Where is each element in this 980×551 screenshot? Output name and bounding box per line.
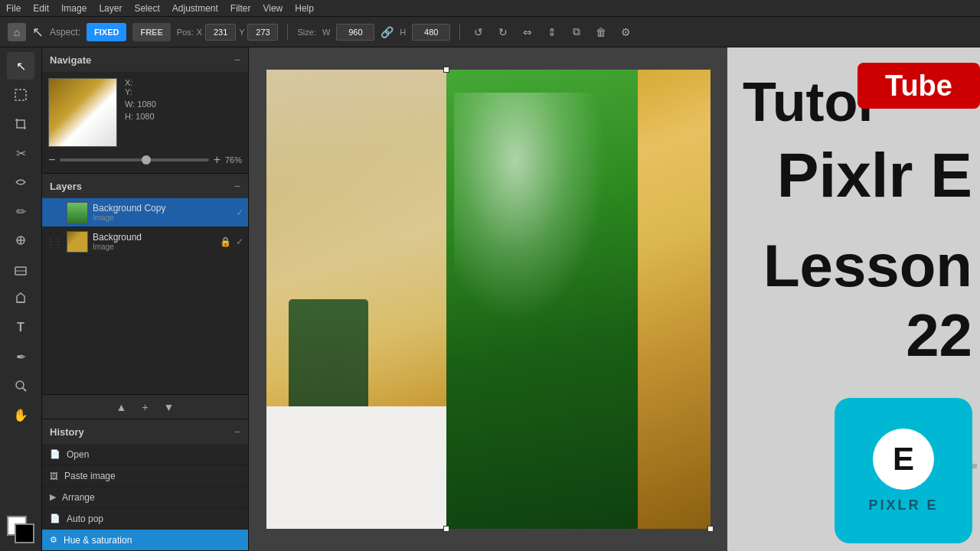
erase-tool-button[interactable] [7,256,34,283]
menu-filter[interactable]: Filter [230,3,251,14]
history-item-arrange[interactable]: ▶ Arrange [42,487,248,508]
pen-tool-button[interactable]: ✒ [7,343,34,370]
flip-v-button[interactable]: ⇕ [543,23,561,41]
color-swatch-area [7,516,34,543]
settings-button[interactable]: ⚙ [616,23,635,41]
navigate-title: Navigate [50,54,91,66]
h-label: H [400,28,406,37]
history-section: History − 📄 Open 🖼 Paste image ▶ Arrange… [42,419,248,551]
pixlr-logo: E PIXLR E [835,398,972,543]
text-tool-button[interactable]: T [7,314,34,341]
history-label-hue: Hue & saturation [64,535,132,546]
crop-tool-button[interactable] [7,110,34,138]
x-input[interactable] [205,24,236,41]
layers-title: Layers [50,181,82,192]
history-list: 📄 Open 🖼 Paste image ▶ Arrange 📄 Auto po… [42,444,248,551]
aspect-free-button[interactable]: FREE [132,23,170,41]
svg-point-7 [16,381,24,389]
move-tool-button[interactable]: ✋ [7,401,34,429]
canvas-area[interactable] [249,47,727,551]
aspect-fixed-button[interactable]: FIXED [87,23,126,41]
tools-panel: ↖ ✂ ✏ T ✒ ✋ [0,47,42,551]
zoom-slider[interactable] [60,158,208,161]
main-layout: ↖ ✂ ✏ T ✒ ✋ [0,47,980,551]
youtube-tube-badge: Tube [858,63,980,109]
brand-tube-text: Tube [885,70,952,103]
history-item-autopop[interactable]: 📄 Auto pop [42,508,248,530]
zoom-percentage: 76% [225,155,242,165]
history-icon-paste: 🖼 [50,471,58,481]
zoom-minus-button[interactable]: − [48,153,55,167]
layer-item-background-copy[interactable]: ⋮⋮ Background Copy Image ✓ [42,198,248,227]
navigate-top: X: Y: W: 1080 H: 1080 [48,78,242,147]
history-icon-arrange: ▶ [50,492,56,502]
background-color-swatch[interactable] [15,523,34,543]
menu-adjustment[interactable]: Adjustment [172,3,218,14]
layer-type-background: Image [93,243,215,251]
thumbnail-image [49,79,116,146]
zoom-plus-button[interactable]: + [214,153,220,167]
canvas-green-layer [446,70,638,529]
layer-lock-background[interactable]: 🔒 [220,236,231,247]
select-tool-button[interactable]: ↖ [7,52,34,80]
menu-edit[interactable]: Edit [33,3,49,14]
home-button[interactable]: ⌂ [8,23,26,41]
history-panel-header[interactable]: History − [42,419,248,444]
h-input[interactable] [412,24,450,41]
delete-button[interactable]: 🗑 [592,23,610,41]
right-brand-panel: Tutor Tube Pixlr E Lesson 22 E PIXLR E [727,47,980,551]
heal-tool-button[interactable] [7,168,34,196]
layer-name-background: Background [93,232,215,243]
menu-layer[interactable]: Layer [99,3,122,14]
layer-drag-handle-2: ⋮⋮ [47,237,62,246]
layer-info-background: Background Image [93,232,215,251]
undo-button[interactable]: ↺ [469,23,488,41]
w-input[interactable] [336,24,374,41]
cursor-tool-button[interactable]: ↖ [32,24,44,41]
history-collapse-icon[interactable]: − [234,425,240,438]
menu-image[interactable]: Image [61,3,87,14]
selection-handle-bottom-left[interactable] [443,526,449,532]
history-item-hue[interactable]: ⚙ Hue & saturation [42,530,248,551]
y-input[interactable] [247,24,278,41]
navigate-collapse-icon[interactable]: − [234,54,240,66]
layers-panel-header[interactable]: Layers − [42,174,248,198]
layers-add-button[interactable]: + [142,401,148,413]
menu-select[interactable]: Select [134,3,159,14]
layers-move-up-button[interactable]: ▲ [116,401,127,413]
zoom-thumb[interactable] [142,155,151,165]
layers-collapse-icon[interactable]: − [234,180,240,192]
layers-move-down-button[interactable]: ▼ [164,401,175,413]
menu-view[interactable]: View [263,3,283,14]
navigate-content: X: Y: W: 1080 H: 1080 − [42,72,248,173]
menu-help[interactable]: Help [295,3,314,14]
clone-tool-button[interactable] [7,227,34,254]
menu-file[interactable]: File [6,3,21,14]
redo-button[interactable]: ↻ [494,23,512,41]
canvas-white-bottom [266,406,450,529]
layer-visibility-background-copy[interactable]: ✓ [236,207,243,218]
fill-tool-button[interactable] [7,285,34,312]
slice-tool-button[interactable]: ✂ [7,139,34,167]
svg-line-8 [23,388,26,391]
brush-tool-button[interactable]: ✏ [7,197,34,225]
navigate-thumbnail [48,78,117,147]
x-label: X [197,28,202,37]
history-label-paste: Paste image [64,471,116,481]
selection-handle-bottom-right[interactable] [707,526,714,532]
zoom-tool-button[interactable] [7,372,34,399]
flip-h-button[interactable]: ⇔ [518,23,537,41]
toolbar-sep-2 [459,24,460,40]
copy-button[interactable]: ⧉ [567,23,586,41]
resize-handle-indicator [972,464,977,468]
history-item-open[interactable]: 📄 Open [42,444,248,465]
selection-handle-top-left[interactable] [443,67,449,73]
navigate-h: H: 1080 [125,112,242,121]
history-item-paste[interactable]: 🖼 Paste image [42,465,248,487]
brand-lesson-text: Lesson 22 [735,231,980,370]
lasso-tool-button[interactable] [7,81,34,109]
layer-visibility-background[interactable]: ✓ [236,236,243,247]
history-icon-open: 📄 [50,449,60,459]
layer-item-background[interactable]: ⋮⋮ Background Image 🔒 ✓ [42,227,248,256]
navigate-panel-header[interactable]: Navigate − [42,47,248,72]
